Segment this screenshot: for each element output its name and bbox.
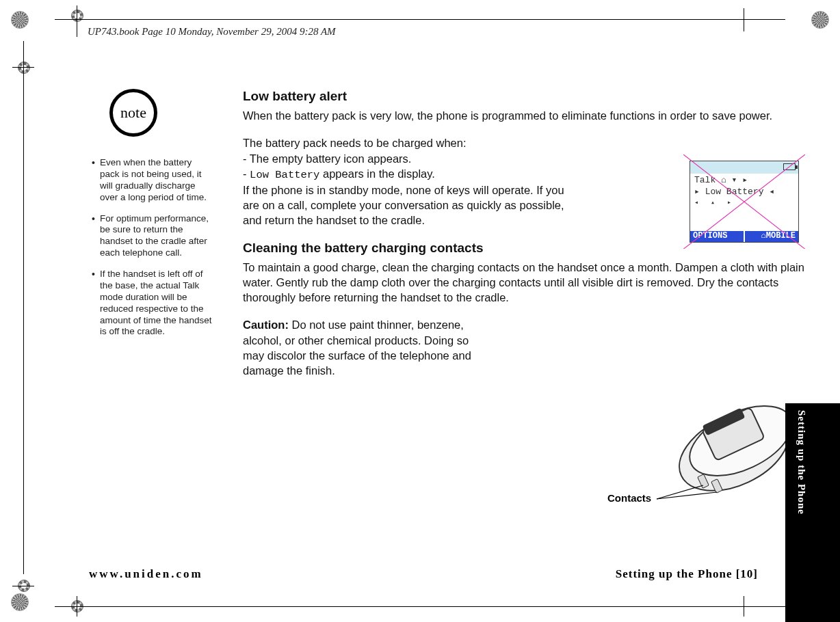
crop-line-left3 [77, 596, 77, 617]
crop-line-left-cross2 [12, 586, 34, 586]
footer-section-label: Setting up the Phone [10] [616, 567, 758, 581]
crop-line-left [23, 41, 24, 574]
footer-url: www.uniden.com [89, 567, 203, 581]
heading-low-battery: Low battery alert [243, 89, 813, 104]
lcd-text-inline: Low Battery [250, 169, 319, 181]
crop-line-bottom [55, 606, 785, 607]
side-thumb-tab-label: Setting up the Phone [796, 410, 807, 515]
handset-lcd-mockup: Talk ⌂ ▾ ▸ ▸ Low Battery ◂ ◂ ▴ ▸ OPTIONS… [690, 161, 799, 243]
contacts-label: Contacts [607, 492, 651, 504]
main-content: Low battery alert When the battery pack … [243, 89, 813, 390]
side-thumb-tab: Setting up the Phone [785, 403, 840, 622]
lcd-softkeys: OPTIONS ⌂MOBILE [690, 231, 798, 242]
lcd-softkey-left: OPTIONS [690, 231, 744, 242]
note-item: For optimum performance, be sure to retu… [92, 213, 212, 260]
crop-line-top [55, 19, 785, 20]
lcd-status-bar [690, 161, 798, 174]
crop-reg-tr [811, 11, 829, 29]
lcd-line: ◂ ▴ ▸ [694, 198, 794, 207]
crop-line-bottom-cross [744, 596, 744, 617]
handset-contacts-figure: Contacts [607, 376, 799, 526]
text-fragment: - [243, 167, 250, 180]
battery-empty-icon [783, 163, 796, 170]
crop-line-left2 [77, 5, 77, 37]
lcd-softkey-right: ⌂MOBILE [744, 231, 798, 242]
crop-reg-tl [11, 11, 29, 29]
print-book-header: UP743.book Page 10 Monday, November 29, … [88, 26, 336, 38]
para-low-battery-intro: When the battery pack is very low, the p… [243, 108, 813, 123]
note-item: If the handset is left off of the base, … [92, 269, 212, 338]
charge-when-intro: The battery pack needs to be charged whe… [243, 135, 578, 150]
charge-when-line1: - The empty battery icon appears. [243, 151, 578, 166]
note-list: Even when the battery pack is not being … [89, 157, 212, 338]
para-caution: Caution: Do not use paint thinner, benze… [243, 317, 482, 378]
note-sidebar: note Even when the battery pack is not b… [89, 89, 212, 347]
para-cleaning: To maintain a good charge, clean the cha… [243, 260, 813, 306]
note-item: Even when the battery pack is not being … [92, 157, 212, 204]
charge-when-tail: If the phone is in standby mode, none of… [243, 182, 578, 228]
lcd-line: Talk ⌂ ▾ ▸ [694, 175, 794, 187]
text-fragment: appears in the display. [319, 167, 434, 180]
crop-reg-bl [11, 593, 29, 611]
caution-label: Caution: [243, 319, 289, 331]
crop-reg-top [71, 10, 83, 22]
charge-when-line2: - Low Battery appears in the display. [243, 166, 578, 182]
lcd-line: ▸ Low Battery ◂ [694, 187, 794, 198]
crop-reg-left [18, 62, 30, 74]
crop-line-left-cross [12, 67, 34, 68]
note-badge: note [109, 89, 157, 137]
crop-line-top-cross [744, 8, 744, 31]
